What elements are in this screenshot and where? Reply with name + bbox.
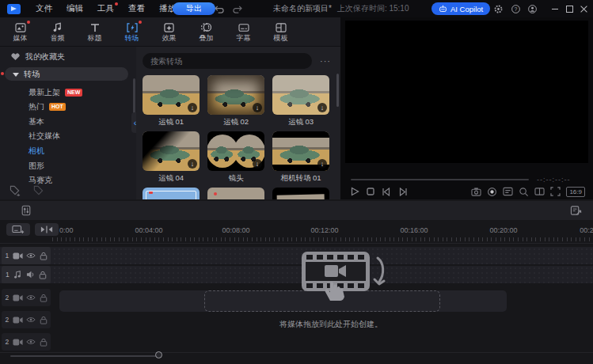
split-screen-button[interactable] (534, 187, 545, 196)
tab-titles[interactable]: 标题 (76, 19, 113, 44)
heart-icon (11, 53, 20, 61)
transition-card[interactable]: ↓ 运镜 04 (143, 131, 200, 183)
timeline-zoom-slider[interactable] (10, 355, 161, 357)
next-frame-button[interactable] (398, 188, 408, 196)
fullscreen-button[interactable] (550, 187, 561, 196)
video-track-icon (13, 252, 23, 260)
preview-zoom-button[interactable] (519, 187, 529, 197)
transition-thumbnail[interactable]: ↓ (143, 131, 200, 171)
transition-card[interactable]: ↓ 运镜 02 (207, 75, 264, 127)
captions-icon (238, 22, 249, 33)
tab-media[interactable]: 媒体 (2, 19, 39, 44)
menu-file[interactable]: 文件 (29, 3, 59, 14)
transition-thumbnail[interactable]: ↓ (272, 131, 329, 171)
record-button[interactable] (487, 187, 497, 197)
tab-effects[interactable]: 效果 (150, 19, 188, 44)
sidebar-group-transitions[interactable]: 转场 (5, 67, 128, 81)
account-button[interactable] (525, 2, 539, 15)
transition-thumbnail[interactable] (207, 188, 264, 199)
lock-icon[interactable] (40, 252, 48, 260)
sidebar-item-newest[interactable]: 最新上架 NEW (29, 87, 82, 98)
tab-transitions[interactable]: 转场 (113, 19, 150, 44)
download-icon[interactable]: ↓ (317, 103, 327, 112)
next-frame-icon (398, 188, 408, 196)
transition-card[interactable]: ↓ 运镜 03 (272, 75, 329, 127)
visibility-eye-icon[interactable] (26, 339, 36, 345)
download-icon[interactable]: ↓ (188, 103, 197, 112)
sidebar-item-shapes[interactable]: 图形 (29, 161, 44, 172)
visibility-eye-icon[interactable] (26, 252, 36, 259)
render-preview-button[interactable] (570, 205, 582, 216)
play-button[interactable] (351, 187, 359, 196)
tab-overlay[interactable]: 叠加 (188, 19, 225, 44)
sidebar-item-favorites[interactable]: 我的收藏夹 (11, 51, 65, 63)
sidebar-item-camera[interactable]: 相机 (29, 146, 44, 157)
menu-tools[interactable]: 工具 (90, 3, 121, 14)
stop-button[interactable] (367, 188, 374, 195)
sidebar-item-basic[interactable]: 基本 (29, 116, 44, 127)
track-header-video-3[interactable]: 2 (2, 311, 51, 328)
tab-templates[interactable]: 模板 (262, 19, 299, 44)
maximize-button[interactable] (562, 0, 576, 17)
preview-viewer[interactable] (345, 21, 588, 163)
seek-bar[interactable] (351, 179, 529, 180)
display-settings-button[interactable] (503, 187, 513, 196)
transition-thumbnail[interactable] (143, 188, 200, 199)
track-header-video-4[interactable]: 2 (2, 333, 51, 351)
timeline-zoom-knob[interactable] (155, 351, 162, 358)
transition-card[interactable] (272, 188, 329, 199)
redo-button[interactable] (228, 2, 245, 15)
mute-speaker-icon[interactable] (26, 271, 35, 279)
timeline-ruler[interactable]: 0:00 00:04:00 00:08:00 00:12:00 00:16:00… (0, 226, 593, 236)
titlebar: 文件 编辑 工具 查看 播放 导出 未命名的新项目* 上次保存时间: 15:10… (0, 0, 593, 17)
help-button[interactable]: ? (508, 2, 523, 15)
minimize-button[interactable] (548, 0, 562, 17)
menu-view[interactable]: 查看 (121, 3, 152, 14)
mixer-button[interactable] (21, 205, 32, 216)
visibility-eye-icon[interactable] (26, 294, 36, 301)
close-button[interactable] (576, 0, 591, 17)
lock-icon[interactable] (40, 294, 48, 302)
aspect-ratio-button[interactable]: 16:9 (566, 187, 585, 197)
transition-thumbnail[interactable]: ↓ (207, 75, 264, 115)
asset-panel: 媒体 音频 标题 转场 效果 叠加 (0, 17, 340, 199)
minimize-icon (552, 9, 558, 9)
download-icon[interactable]: ↓ (188, 159, 197, 169)
more-options-button[interactable]: ··· (317, 56, 334, 66)
download-icon[interactable]: ↓ (253, 159, 262, 169)
search-input[interactable] (143, 53, 312, 69)
tab-captions[interactable]: 字幕 (225, 19, 262, 44)
transition-thumbnail[interactable] (272, 188, 329, 199)
transition-card[interactable] (143, 188, 200, 199)
snapshot-button[interactable] (471, 187, 481, 196)
track-header-video-2[interactable]: 2 (2, 289, 51, 306)
track-header-audio-1[interactable]: 1 (2, 266, 51, 283)
sidebar-item-mosaic[interactable]: 马赛克 (29, 175, 52, 186)
transition-thumbnail[interactable]: ↓ (143, 75, 200, 115)
visibility-eye-icon[interactable] (26, 317, 36, 323)
grid-scrollbar[interactable] (336, 74, 339, 107)
menu-edit[interactable]: 编辑 (59, 3, 90, 14)
download-icon[interactable]: ↓ (253, 103, 262, 112)
settings-button[interactable] (491, 2, 505, 15)
transition-card[interactable]: ↓ 镜头 (207, 131, 264, 183)
previous-frame-button[interactable] (382, 188, 391, 196)
notification-dot (139, 21, 142, 24)
ai-copilot-button[interactable]: AI Copilot (431, 2, 490, 15)
transition-thumbnail[interactable]: ↓ (272, 75, 329, 115)
transition-card[interactable] (207, 188, 264, 199)
add-tag-button[interactable] (10, 185, 21, 196)
sidebar-item-social-media[interactable]: 社交媒体 (29, 131, 60, 142)
lock-icon[interactable] (40, 338, 48, 347)
tab-audio[interactable]: 音频 (39, 19, 76, 44)
download-icon[interactable]: ↓ (317, 159, 327, 169)
lock-icon[interactable] (39, 271, 47, 279)
sidebar-item-hot[interactable]: 热门 HOT (29, 101, 66, 112)
transition-card[interactable]: ↓ 相机转场 01 (272, 131, 329, 183)
track-header-video-1[interactable]: 1 (2, 247, 51, 264)
transition-card[interactable]: ↓ 运镜 01 (143, 75, 200, 127)
lock-icon[interactable] (40, 316, 48, 324)
export-button[interactable]: 导出 (173, 2, 215, 15)
transition-thumbnail[interactable]: ↓ (207, 131, 264, 171)
manage-tag-button[interactable] (32, 185, 44, 196)
